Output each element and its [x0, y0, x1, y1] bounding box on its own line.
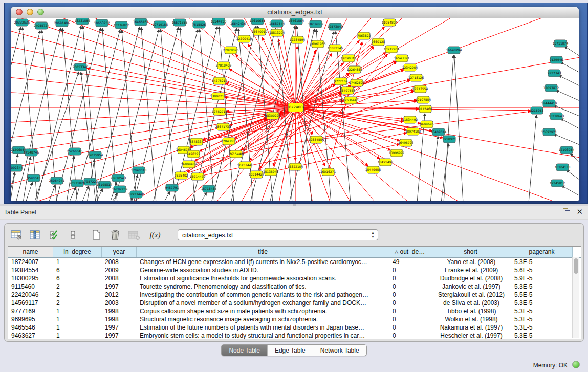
cell-short[interactable]: Stergiakouli et al. (2012) [430, 291, 511, 299]
close-panel-icon[interactable]: ✕ [576, 208, 583, 215]
cell-out_de[interactable]: 0 [389, 323, 430, 332]
citation-edge-black[interactable] [56, 28, 101, 201]
zoom-window-button[interactable] [37, 9, 44, 15]
citation-edge-black[interactable] [161, 30, 176, 201]
new-table-button[interactable] [90, 228, 103, 242]
column-header-short[interactable]: short [430, 247, 511, 257]
network-window-titlebar[interactable]: citations_edges.txt [11, 7, 579, 18]
cell-in_degree[interactable]: 2 [53, 299, 102, 307]
table-column-settings-button[interactable] [10, 228, 23, 242]
cell-title[interactable]: Investigating the contribution of common… [137, 291, 389, 299]
cell-in_degree[interactable]: 1 [53, 323, 102, 332]
citation-edge-black[interactable] [556, 90, 579, 101]
citation-edge-black[interactable] [26, 183, 32, 201]
citation-edge-red[interactable] [296, 107, 420, 123]
citation-edge-black[interactable] [11, 155, 18, 201]
select-all-button[interactable] [48, 228, 61, 242]
citation-edge-red[interactable] [296, 107, 579, 201]
table-row[interactable]: 2242004622012Investigating the contribut… [8, 291, 581, 299]
cell-title[interactable]: Embryonic stem cells: a model to study s… [137, 332, 389, 339]
citation-edge-red[interactable] [11, 107, 296, 201]
cell-name[interactable]: 22420046 [8, 291, 53, 299]
table-row[interactable]: 1830029562008Estimation of significance … [8, 274, 581, 282]
citation-edge-black[interactable] [62, 28, 77, 201]
citation-edge-black[interactable] [82, 186, 89, 201]
cell-year[interactable]: 1998 [102, 315, 137, 323]
citation-edge-red[interactable] [296, 107, 579, 201]
cell-title[interactable]: Genome-wide association studies in ADHD. [137, 266, 389, 274]
citation-edge-black[interactable] [454, 55, 463, 201]
cell-title[interactable]: Estimation of significance thresholds fo… [137, 274, 389, 282]
cell-year[interactable]: 2003 [102, 299, 137, 307]
citation-edge-black[interactable] [36, 26, 81, 201]
cell-out_de[interactable]: 0 [389, 315, 430, 323]
citation-edge-black[interactable] [561, 119, 579, 129]
citation-edge-black[interactable] [164, 192, 170, 201]
cell-pagerank[interactable]: 5.9E-5 [511, 274, 573, 282]
network-window[interactable]: citations_edges.txt 18724007183002951938… [11, 7, 579, 201]
citation-edge-red[interactable] [11, 70, 296, 107]
table-row[interactable]: 1938455462009Genome-wide association stu… [8, 266, 581, 274]
cell-in_degree[interactable]: 1 [53, 307, 102, 315]
cell-out_de[interactable]: 0 [389, 274, 430, 282]
cell-pagerank[interactable]: 5.6E-5 [511, 266, 573, 274]
cell-out_de[interactable]: 0 [389, 332, 430, 339]
column-header-title[interactable]: title [137, 247, 389, 257]
cell-pagerank[interactable]: 5.3E-5 [511, 299, 573, 307]
citation-edge-black[interactable] [567, 170, 579, 181]
cell-in_degree[interactable]: 1 [53, 332, 102, 339]
delete-table-button[interactable] [108, 228, 122, 242]
citation-edge-red[interactable] [11, 107, 296, 201]
cell-pagerank[interactable]: 5.3E-5 [511, 282, 573, 291]
citation-edge-black[interactable] [554, 134, 579, 145]
table-row[interactable]: 969969511998Structural magnetic resonanc… [8, 315, 581, 323]
cell-in_degree[interactable]: 6 [53, 274, 102, 282]
citation-edge-black[interactable] [561, 62, 579, 73]
cell-pagerank[interactable]: 5.3E-5 [511, 323, 573, 332]
citation-edge-red[interactable] [296, 107, 579, 201]
minimize-window-button[interactable] [27, 9, 33, 15]
cell-name[interactable]: 18300295 [8, 274, 53, 282]
citation-edge-black[interactable] [201, 193, 206, 201]
cell-out_de[interactable]: 0 [389, 307, 430, 315]
citation-edge-red[interactable] [11, 107, 296, 201]
citation-edge-red[interactable] [296, 107, 579, 201]
column-header-in_degree[interactable]: in_degree [53, 247, 102, 257]
cell-out_de[interactable]: 0 [389, 291, 430, 299]
cell-year[interactable]: 1997 [102, 332, 137, 339]
citation-edge-black[interactable] [529, 115, 536, 201]
cell-short[interactable]: Franke et al. (2009) [430, 266, 511, 274]
cell-name[interactable]: 9115460 [8, 282, 53, 291]
tab-network-table[interactable]: Network Table [313, 345, 366, 356]
cell-in_degree[interactable]: 6 [53, 266, 102, 274]
cell-name[interactable]: 9465546 [8, 323, 53, 332]
cell-name[interactable]: 9699695 [8, 315, 53, 323]
cell-title[interactable]: Changes of HCN gene expression and I(f) … [137, 258, 389, 266]
citation-edge-black[interactable] [562, 186, 579, 196]
cell-short[interactable]: Nakamura et al. (1997) [430, 323, 511, 332]
column-header-out_de[interactable]: △out_de… [389, 247, 430, 257]
cell-pagerank[interactable]: 5.3E-5 [511, 315, 573, 323]
column-header-pagerank[interactable]: pagerank [511, 247, 573, 257]
cell-pagerank[interactable]: 5.3E-5 [511, 332, 573, 339]
cell-pagerank[interactable]: 5.3E-5 [511, 258, 573, 266]
citation-edge-red[interactable] [11, 107, 296, 201]
cell-pagerank[interactable]: 5.3E-5 [511, 307, 573, 315]
float-panel-icon[interactable] [562, 208, 570, 215]
cell-year[interactable]: 2008 [102, 258, 137, 266]
cell-in_degree[interactable]: 2 [53, 291, 102, 299]
citation-edge-red[interactable] [296, 107, 579, 201]
cell-year[interactable]: 2009 [102, 266, 137, 274]
cell-year[interactable]: 1997 [102, 282, 137, 291]
table-row[interactable]: 911546021997Tourette syndrome. Phenomeno… [8, 282, 581, 291]
cell-name[interactable]: 9777169 [8, 307, 53, 315]
citation-edge-black[interactable] [441, 144, 449, 201]
table-select-dropdown[interactable]: citations_edges.txt ▲▼ [178, 229, 378, 240]
table-scrollbar[interactable] [572, 257, 579, 338]
unselect-all-button[interactable] [67, 228, 80, 242]
table-row[interactable]: 1456911722003Disruption of a novel membe… [8, 299, 581, 307]
cell-title[interactable]: Disruption of a novel member of a sodium… [137, 299, 389, 307]
cell-title[interactable]: Corpus callosum shape and size in male p… [137, 307, 389, 315]
column-header-name[interactable]: name [8, 247, 53, 257]
citation-edge-red[interactable] [296, 107, 579, 201]
